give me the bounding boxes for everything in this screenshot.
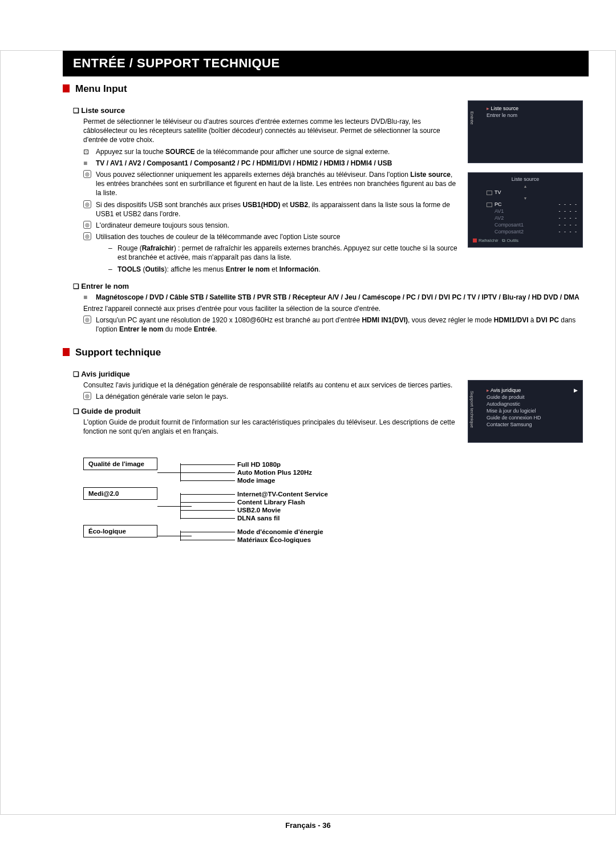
- heading-entrer-nom: Entrer le nom: [63, 282, 583, 290]
- heading-guide-produit: Guide de produit: [63, 407, 457, 415]
- heading-avis-juridique: Avis juridique: [63, 370, 457, 378]
- osd-row: Entrer le nom: [473, 112, 578, 118]
- osd-sidetab: Entrée: [469, 111, 475, 125]
- table-cell: Mode d'économie d'énergie: [214, 528, 323, 535]
- table-cell: Internet@TV-Content Service: [214, 491, 328, 498]
- osd-header: Liste source: [473, 176, 578, 182]
- note: L'ordinateur demeure toujours sous tensi…: [83, 221, 457, 230]
- table-cell: Éco-logique: [83, 525, 157, 537]
- remote-note: Appuyez sur la touche SOURCE de la téléc…: [83, 147, 457, 156]
- section-menu-input: Menu Input: [63, 83, 583, 95]
- table-cell: Mode image: [214, 477, 312, 484]
- osd-entree: Entrée ▸ Liste source Entrer le nom: [468, 100, 583, 163]
- osd-sidetab: Support technique: [469, 391, 475, 428]
- section-support-technique: Support technique: [63, 347, 583, 358]
- table-cell: Auto Motion Plus 120Hz: [214, 469, 312, 476]
- note: Si des dispositifs USB sont branchés aux…: [83, 200, 457, 219]
- note: Lorsqu'un PC ayant une résolution de 192…: [83, 316, 583, 334]
- para: Permet de sélectionner le téléviseur ou …: [83, 117, 457, 145]
- table-cell: Matériaux Éco-logiques: [214, 536, 323, 543]
- table-cell: DLNA sans fil: [214, 515, 328, 521]
- heading-liste-source: Liste source: [63, 106, 457, 115]
- table-cell: USB2.0 Movie: [214, 507, 328, 514]
- osd-liste-source: Liste source TV PC- - - - AV1- - - - AV2…: [468, 172, 583, 248]
- bullet-sources: TV / AV1 / AV2 / Composant1 / Composant2…: [83, 159, 457, 168]
- para: Consultez l'avis juridique et la dénégat…: [83, 381, 457, 390]
- bullet-devices: Magnétoscope / DVD / Câble STB / Satelli…: [83, 293, 583, 302]
- table-cell: Medi@2.0: [83, 487, 157, 500]
- dash-item: Rouge (Rafraîchir) : permet de rafraîchi…: [108, 244, 457, 262]
- table-cell: Full HD 1080p: [214, 461, 312, 468]
- para: Entrez l'appareil connecté aux prises d'…: [83, 304, 583, 313]
- para: L'option Guide de produit fournit de l'i…: [83, 418, 457, 436]
- note: La dénégation générale varie selon le pa…: [83, 392, 457, 401]
- footer-pagenum: Français - 36: [0, 821, 616, 830]
- feature-table: Qualité de l'image Full HD 1080p Auto Mo…: [83, 458, 583, 547]
- note: Vous pouvez sélectionner uniquement les …: [83, 170, 457, 198]
- note: Utilisation des touches de couleur de la…: [83, 232, 457, 241]
- dash-item: TOOLS (Outils): affiche les menus Entrer…: [108, 265, 457, 274]
- table-cell: Qualité de l'image: [83, 458, 157, 470]
- banner-title: ENTRÉE / SUPPORT TECHNIQUE: [63, 50, 589, 76]
- table-cell: Content Library Flash: [214, 499, 328, 506]
- osd-support: Support technique ▸ Avis juridique▶ Guid…: [468, 380, 583, 443]
